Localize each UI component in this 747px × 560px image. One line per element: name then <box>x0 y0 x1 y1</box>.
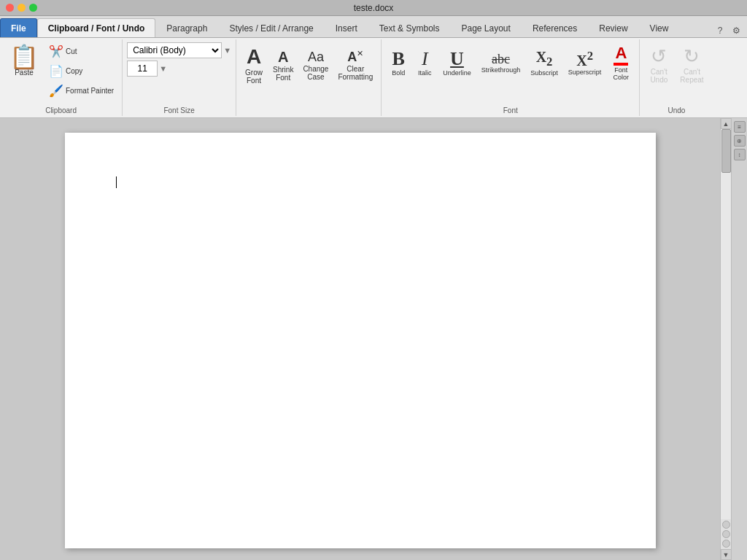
ribbon: 📋 Paste ✂️ Cut 📄 Copy 🖌️ <box>0 38 747 118</box>
underline-button[interactable]: U Underline <box>438 47 476 79</box>
tab-bar: File Clipboard / Font / Undo Paragraph S… <box>0 16 747 38</box>
font-color-bar <box>614 63 628 66</box>
scroll-dot-2[interactable] <box>722 530 730 538</box>
grow-font-button[interactable]: A GrowFont <box>241 42 267 88</box>
superscript-button[interactable]: X2 Superscript <box>564 47 606 79</box>
scroll-down-button[interactable]: ▼ <box>721 549 732 560</box>
copy-icon: 📄 <box>49 64 63 78</box>
paste-icon: 📋 <box>9 45 39 69</box>
rt-btn-3[interactable]: ↕ <box>734 149 746 160</box>
change-case-button[interactable]: Aa ChangeCase <box>299 42 332 88</box>
font-family-select[interactable]: Calibri (Body) <box>127 42 222 58</box>
clear-formatting-button[interactable]: A✕ ClearFormatting <box>334 42 376 88</box>
tab-clipboard[interactable]: Clipboard / Font / Undo <box>37 18 156 37</box>
undo-buttons: ↺ Can'tUndo ↻ Can'tRepeat <box>644 42 708 87</box>
ribbon-group-clipboard: 📋 Paste ✂️ Cut 📄 Copy 🖌️ <box>0 39 123 116</box>
rt-btn-1[interactable]: ≡ <box>734 121 746 133</box>
ribbon-group-font-actions: A GrowFont A ShrinkFont Aa ChangeCase A✕ <box>236 39 382 116</box>
cut-icon: ✂️ <box>49 44 63 58</box>
font-size-controls: Calibri (Body) ▼ ▼ <box>127 42 231 77</box>
scroll-dot-3[interactable] <box>722 540 730 548</box>
title-bar: teste.docx <box>0 0 747 16</box>
rt-btn-2[interactable]: ⊕ <box>734 135 746 147</box>
scroll-up-button[interactable]: ▲ <box>721 118 732 129</box>
shrink-font-icon: A <box>278 49 288 66</box>
clipboard-small-buttons: ✂️ Cut 📄 Copy 🖌️ Format Painter <box>45 42 117 100</box>
format-painter-icon: 🖌️ <box>49 84 63 98</box>
font-color-icon: A <box>615 45 627 61</box>
window-controls[interactable] <box>6 4 37 12</box>
scroll-track[interactable] <box>721 129 731 519</box>
underline-icon: U <box>450 50 464 69</box>
change-case-icon: Aa <box>308 50 324 65</box>
strikethrough-icon: abc <box>492 52 510 66</box>
cant-undo-button[interactable]: ↺ Can'tUndo <box>644 42 673 87</box>
text-cursor <box>116 176 117 188</box>
grow-font-icon: A <box>247 45 261 69</box>
tab-file[interactable]: File <box>0 18 37 37</box>
tab-paragraph[interactable]: Paragraph <box>155 18 218 37</box>
shrink-font-button[interactable]: A ShrinkFont <box>269 42 297 88</box>
scroll-dot-1[interactable] <box>722 521 730 529</box>
paste-button[interactable]: 📋 Paste <box>4 42 44 79</box>
cant-repeat-icon: ↻ <box>684 45 700 68</box>
copy-button[interactable]: 📄 Copy <box>45 62 117 80</box>
tab-bar-right: ? ⚙ <box>713 24 747 37</box>
font-format-buttons: B Bold I Italic U Underline abc Striketh… <box>386 42 635 84</box>
dropdown-arrow-font: ▼ <box>223 46 231 55</box>
document-page[interactable] <box>65 133 656 548</box>
clear-formatting-icon: A✕ <box>347 49 363 65</box>
format-painter-button[interactable]: 🖌️ Format Painter <box>45 82 117 100</box>
italic-icon: I <box>422 50 428 69</box>
scrollbar-right: ▲ ▼ <box>720 118 731 560</box>
subscript-button[interactable]: X2 Subscript <box>526 47 562 79</box>
clipboard-buttons: 📋 Paste ✂️ Cut 📄 Copy 🖌️ <box>4 42 117 100</box>
help-icon[interactable]: ? <box>713 24 727 37</box>
scroll-extra <box>721 519 732 549</box>
tab-insert[interactable]: Insert <box>325 18 368 37</box>
subscript-icon: X2 <box>536 50 553 69</box>
tab-view[interactable]: View <box>639 18 680 37</box>
superscript-icon: X2 <box>576 50 593 68</box>
scroll-thumb[interactable] <box>721 129 731 173</box>
font-size-input[interactable] <box>127 61 158 77</box>
document-outer: ▲ ▼ ≡ ⊕ ↕ <box>0 118 747 560</box>
tab-review[interactable]: Review <box>588 18 638 37</box>
ribbon-group-font-format: B Bold I Italic U Underline abc Striketh… <box>382 39 640 116</box>
cut-button[interactable]: ✂️ Cut <box>45 42 117 61</box>
font-color-label: FontColor <box>614 66 630 81</box>
font-color-button[interactable]: A FontColor <box>607 42 635 84</box>
ribbon-group-undo: ↺ Can'tUndo ↻ Can'tRepeat Undo <box>640 39 713 116</box>
italic-button[interactable]: I Italic <box>412 47 437 79</box>
tab-page-layout[interactable]: Page Layout <box>450 18 521 37</box>
cant-undo-icon: ↺ <box>651 45 667 68</box>
ribbon-group-font-size: Calibri (Body) ▼ ▼ Font Size <box>123 39 236 116</box>
maximize-button[interactable] <box>29 4 37 12</box>
close-button[interactable] <box>6 4 14 12</box>
tab-references[interactable]: References <box>522 18 588 37</box>
font-action-buttons: A GrowFont A ShrinkFont Aa ChangeCase A✕ <box>241 42 376 88</box>
tab-text-symbols[interactable]: Text & Symbols <box>368 18 451 37</box>
tab-styles[interactable]: Styles / Edit / Arrange <box>218 18 324 37</box>
settings-icon[interactable]: ⚙ <box>729 24 743 37</box>
bold-button[interactable]: B Bold <box>386 47 411 79</box>
document-area[interactable] <box>0 118 720 560</box>
dropdown-arrow-size: ▼ <box>159 64 167 73</box>
strikethrough-button[interactable]: abc Strikethrough <box>477 50 525 77</box>
bold-icon: B <box>392 50 405 69</box>
window-title: teste.docx <box>354 3 394 13</box>
right-toolbar: ≡ ⊕ ↕ <box>731 118 747 560</box>
minimize-button[interactable] <box>18 4 26 12</box>
font-size-row: ▼ <box>127 61 231 77</box>
cant-repeat-button[interactable]: ↻ Can'tRepeat <box>675 42 708 87</box>
